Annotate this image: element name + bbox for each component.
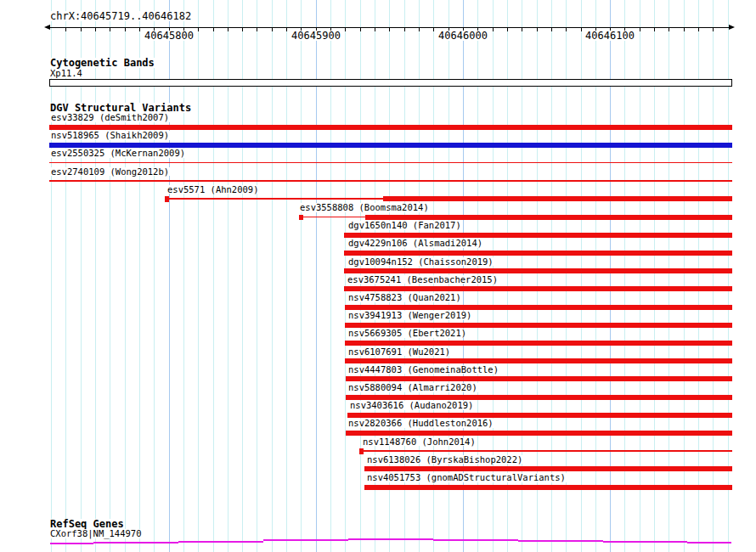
variant-label[interactable]: nsv1148760 (John2014) bbox=[362, 437, 477, 447]
variant-label[interactable]: nsv6138026 (ByrskaBishop2022) bbox=[366, 455, 523, 465]
genome-browser-view: chrX:40645719..40646182 4064580040645900… bbox=[0, 0, 756, 552]
ruler-tick bbox=[537, 27, 538, 31]
ruler-tick bbox=[684, 27, 685, 31]
ruler-tick bbox=[713, 27, 714, 31]
ruler-tick bbox=[419, 27, 420, 31]
ruler-tick bbox=[242, 27, 243, 31]
variant-bar[interactable] bbox=[49, 125, 732, 130]
ruler-tick bbox=[698, 27, 699, 31]
ruler-left-arrow-icon bbox=[44, 25, 50, 30]
variant-bar[interactable] bbox=[345, 341, 732, 346]
ruler-tick bbox=[228, 27, 228, 31]
variant-label[interactable]: nsv3403616 (Audano2019) bbox=[349, 401, 474, 410]
ruler-tick bbox=[640, 27, 640, 31]
ruler-tick bbox=[286, 27, 287, 31]
variant-label[interactable]: nsv4447803 (GenomeinaBottle) bbox=[347, 365, 499, 375]
variant-bar[interactable] bbox=[345, 358, 732, 363]
ruler-tick bbox=[581, 27, 582, 31]
variant-label[interactable]: nsv4758823 (Quan2021) bbox=[347, 293, 462, 302]
variant-bar[interactable] bbox=[49, 143, 732, 148]
ruler-tick bbox=[493, 27, 494, 31]
variant-label[interactable]: esv3558808 (Boomsma2014) bbox=[299, 203, 430, 212]
variant-thin-line[interactable] bbox=[363, 450, 732, 452]
variant-label[interactable]: nsv5669305 (Ebert2021) bbox=[347, 329, 467, 338]
gene-line-segment[interactable] bbox=[263, 539, 348, 541]
gene-line-segment[interactable] bbox=[178, 541, 263, 543]
variant-bar[interactable] bbox=[345, 323, 732, 328]
variant-bar[interactable] bbox=[346, 431, 732, 436]
variant-bar[interactable] bbox=[383, 196, 732, 201]
variant-label[interactable]: nsv4051753 (gnomADStructuralVariants) bbox=[366, 473, 567, 482]
variant-thin-line[interactable] bbox=[302, 217, 365, 218]
ruler-tick bbox=[125, 27, 126, 31]
variant-label[interactable]: esv5571 (Ahn2009) bbox=[166, 185, 259, 194]
variant-label[interactable]: dgv4229n106 (Alsmadi2014) bbox=[347, 239, 483, 248]
variant-label[interactable]: nsv3941913 (Wenger2019) bbox=[347, 311, 472, 320]
variant-bar[interactable] bbox=[364, 485, 732, 490]
ruler-tick bbox=[213, 27, 214, 31]
ruler-tick bbox=[81, 27, 82, 31]
variant-label[interactable]: dgv10094n152 (Chaisson2019) bbox=[347, 257, 494, 267]
gene-line-segment[interactable] bbox=[687, 542, 731, 544]
variant-label[interactable]: esv3675241 (Besenbacher2015) bbox=[347, 275, 499, 284]
ruler-tick bbox=[65, 27, 66, 31]
variant-thin-line[interactable] bbox=[168, 198, 383, 200]
variant-label[interactable]: esv2550325 (McKernan2009) bbox=[50, 149, 186, 158]
ruler-tick bbox=[669, 27, 669, 31]
refseq-gene-label[interactable]: CXorf38|NM_144970 bbox=[49, 529, 142, 538]
gene-line-segment[interactable] bbox=[603, 541, 687, 543]
ruler-tick bbox=[272, 27, 273, 31]
variant-bar[interactable] bbox=[347, 413, 732, 418]
cytoband-label: Xp11.4 bbox=[49, 69, 83, 78]
variant-label[interactable]: esv2740109 (Wong2012b) bbox=[50, 167, 170, 177]
variant-thin-line[interactable] bbox=[49, 180, 732, 182]
ruler-tick bbox=[110, 27, 110, 31]
gene-line-segment[interactable] bbox=[50, 543, 93, 544]
variant-bar[interactable] bbox=[344, 268, 732, 273]
gene-line-segment[interactable] bbox=[518, 540, 603, 542]
ruler-tick-label: 40646100 bbox=[584, 31, 635, 41]
variant-label[interactable]: nsv5880094 (Almarri2020) bbox=[347, 383, 478, 392]
variant-label[interactable]: nsv2820366 (Huddleston2016) bbox=[347, 419, 494, 428]
ruler-tick bbox=[198, 27, 199, 31]
variant-bar[interactable] bbox=[364, 466, 732, 471]
gene-line-segment[interactable] bbox=[348, 538, 433, 540]
ruler-tick-label: 40646000 bbox=[437, 31, 488, 41]
cytoband-track-header: Cytogenetic Bands bbox=[49, 58, 155, 68]
ruler-tick bbox=[522, 27, 522, 31]
region-title: chrX:40645719..40646182 bbox=[49, 11, 192, 21]
variant-label[interactable]: nsv6107691 (Wu2021) bbox=[347, 347, 451, 357]
variant-thin-line[interactable] bbox=[49, 162, 732, 164]
ruler-tick bbox=[551, 27, 552, 31]
variant-bar[interactable] bbox=[365, 215, 732, 220]
variant-label[interactable]: dgv1650n140 (Fan2017) bbox=[347, 221, 462, 230]
cytoband-box bbox=[49, 79, 732, 87]
ruler-tick bbox=[375, 27, 375, 31]
ruler-tick bbox=[345, 27, 346, 31]
ruler-tick bbox=[404, 27, 405, 31]
ruler-tick bbox=[95, 27, 96, 31]
variant-bar[interactable] bbox=[346, 376, 732, 381]
ruler-tick bbox=[360, 27, 361, 31]
variant-bar[interactable] bbox=[344, 233, 732, 238]
variant-label[interactable]: esv33829 (deSmith2007) bbox=[50, 113, 170, 122]
variant-label[interactable]: nsv518965 (Shaikh2009) bbox=[50, 131, 170, 140]
variant-bar[interactable] bbox=[345, 305, 732, 310]
ruler-tick bbox=[139, 27, 140, 31]
ruler-tick bbox=[507, 27, 508, 31]
variant-bar[interactable] bbox=[346, 395, 732, 400]
ruler-right-arrow-icon bbox=[729, 25, 735, 30]
gene-line-segment[interactable] bbox=[433, 539, 518, 541]
variant-bar[interactable] bbox=[344, 286, 732, 291]
ruler-tick bbox=[389, 27, 390, 31]
gene-line-segment[interactable] bbox=[93, 542, 178, 544]
variant-bar[interactable] bbox=[344, 251, 732, 256]
ruler-tick bbox=[654, 27, 655, 31]
ruler-tick bbox=[257, 27, 257, 31]
ruler-tick-label: 40645900 bbox=[291, 31, 341, 41]
ruler-tick bbox=[433, 27, 434, 31]
ruler-tick bbox=[566, 27, 567, 31]
ruler-tick-label: 40645800 bbox=[144, 31, 195, 41]
